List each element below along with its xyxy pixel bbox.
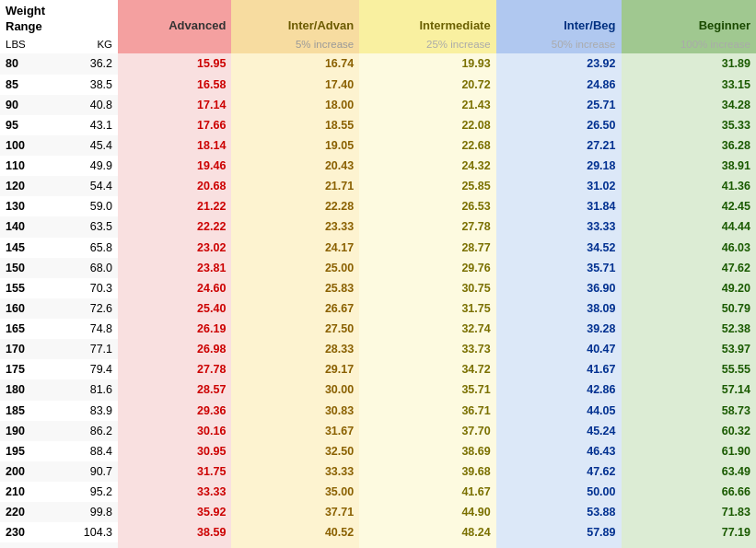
advanced-cell: 19.46: [118, 156, 231, 176]
advanced-cell: 20.68: [118, 176, 231, 196]
table-row: 240108.841.3643.4351.7062.0482.72: [0, 542, 756, 548]
beginner-cell: 55.55: [622, 359, 757, 379]
intermediate-cell: 26.53: [359, 196, 496, 216]
table-row: 19086.230.1631.6737.7045.2460.32: [0, 421, 756, 441]
intermediate-cell: 48.24: [359, 522, 496, 542]
table-row: 10045.418.1419.0522.6827.2136.28: [0, 135, 756, 156]
kg-cell: 90.7: [52, 461, 118, 482]
intermediate-cell: 35.71: [359, 379, 496, 400]
intermediate-cell: 37.70: [359, 421, 496, 441]
advanced-cell: 26.19: [118, 319, 231, 339]
interadvan-cell: 37.71: [231, 502, 359, 522]
kg-cell: 36.2: [52, 53, 118, 74]
table-row: 11049.919.4620.4324.3229.1838.91: [0, 156, 756, 176]
interbeg-cell: 36.90: [496, 278, 622, 298]
lbs-cell: 140: [0, 216, 52, 237]
interbeg-cell: 31.02: [496, 176, 622, 196]
intermediate-cell: 30.75: [359, 278, 496, 298]
interbeg-cell: 62.04: [496, 542, 622, 548]
interbeg-cell: 29.18: [496, 156, 622, 176]
advanced-cell: 15.95: [118, 53, 231, 74]
table-row: 9040.817.1418.0021.4325.7134.28: [0, 95, 756, 115]
subhdr-interbeg: 50% increase: [496, 37, 622, 54]
beginner-cell: 63.49: [622, 461, 757, 482]
lbs-cell: 100: [0, 135, 52, 156]
lbs-cell: 145: [0, 238, 52, 258]
interadvan-cell: 24.17: [231, 238, 359, 258]
table-body: 8036.215.9516.7419.9323.9231.898538.516.…: [0, 53, 756, 548]
table-row: 17579.427.7829.1734.7241.6755.55: [0, 359, 756, 379]
beginner-cell: 36.28: [622, 135, 757, 156]
interadvan-cell: 26.67: [231, 298, 359, 319]
interadvan-cell: 32.50: [231, 441, 359, 461]
lbs-cell: 165: [0, 319, 52, 339]
interbeg-cell: 38.09: [496, 298, 622, 319]
interadvan-cell: 18.00: [231, 95, 359, 115]
advanced-cell: 21.22: [118, 196, 231, 216]
intermediate-cell: 31.75: [359, 298, 496, 319]
kg-cell: 70.3: [52, 278, 118, 298]
interbeg-cell: 31.84: [496, 196, 622, 216]
kg-cell: 79.4: [52, 359, 118, 379]
interbeg-cell: 50.00: [496, 482, 622, 502]
lbs-cell: 90: [0, 95, 52, 115]
intermediate-cell: 21.43: [359, 95, 496, 115]
kg-cell: 54.4: [52, 176, 118, 196]
intermediate-cell: 36.71: [359, 401, 496, 421]
kg-cell: 77.1: [52, 339, 118, 359]
table-row: 12054.420.6821.7125.8531.0241.36: [0, 176, 756, 196]
lbs-cell: 110: [0, 156, 52, 176]
weight-table-container: Weight Range Advanced Inter/Advan Interm…: [0, 0, 756, 548]
beginner-cell: 49.20: [622, 278, 757, 298]
beginner-cell: 42.45: [622, 196, 757, 216]
kg-cell: 95.2: [52, 482, 118, 502]
lbs-cell: 170: [0, 339, 52, 359]
advanced-cell: 29.36: [118, 401, 231, 421]
beginner-cell: 53.97: [622, 339, 757, 359]
beginner-cell: 57.14: [622, 379, 757, 400]
advanced-cell: 30.95: [118, 441, 231, 461]
interadvan-cell: 29.17: [231, 359, 359, 379]
table-row: 9543.117.6618.5522.0826.5035.33: [0, 115, 756, 135]
table-row: 14565.823.0224.1728.7734.5246.03: [0, 238, 756, 258]
interadvan-cell: 19.05: [231, 135, 359, 156]
advanced-cell: 24.60: [118, 278, 231, 298]
intermediate-cell: 25.85: [359, 176, 496, 196]
intermediate-cell: 19.93: [359, 53, 496, 74]
interbeg-cell: 44.05: [496, 401, 622, 421]
interadvan-cell: 30.83: [231, 401, 359, 421]
advanced-cell: 18.14: [118, 135, 231, 156]
intermediate-cell: 51.70: [359, 542, 496, 548]
interadvan-header: Inter/Advan: [231, 0, 359, 37]
table-row: 13059.021.2222.2826.5331.8442.45: [0, 196, 756, 216]
interadvan-cell: 25.83: [231, 278, 359, 298]
kg-cell: 88.4: [52, 441, 118, 461]
intermediate-cell: 39.68: [359, 461, 496, 482]
kg-cell: 49.9: [52, 156, 118, 176]
advanced-cell: 23.81: [118, 258, 231, 278]
interadvan-cell: 21.71: [231, 176, 359, 196]
intermediate-cell: 22.68: [359, 135, 496, 156]
interbeg-cell: 39.28: [496, 319, 622, 339]
interbeg-cell: 23.92: [496, 53, 622, 74]
kg-cell: 43.1: [52, 115, 118, 135]
lbs-cell: 210: [0, 482, 52, 502]
advanced-cell: 41.36: [118, 542, 231, 548]
table-row: 15068.023.8125.0029.7635.7147.62: [0, 258, 756, 278]
beginner-cell: 66.66: [622, 482, 757, 502]
interbeg-cell: 35.71: [496, 258, 622, 278]
subhdr-interadvan: 5% increase: [231, 37, 359, 54]
advanced-cell: 33.33: [118, 482, 231, 502]
subhdr-beginner: 100% increase: [622, 37, 757, 54]
beginner-cell: 35.33: [622, 115, 757, 135]
table-row: 18583.929.3630.8336.7144.0558.73: [0, 401, 756, 421]
beginner-cell: 71.83: [622, 502, 757, 522]
advanced-cell: 27.78: [118, 359, 231, 379]
advanced-cell: 26.98: [118, 339, 231, 359]
lbs-cell: 80: [0, 53, 52, 74]
interbeg-cell: 40.47: [496, 339, 622, 359]
kg-cell: 59.0: [52, 196, 118, 216]
advanced-cell: 22.22: [118, 216, 231, 237]
beginner-cell: 38.91: [622, 156, 757, 176]
advanced-cell: 30.16: [118, 421, 231, 441]
